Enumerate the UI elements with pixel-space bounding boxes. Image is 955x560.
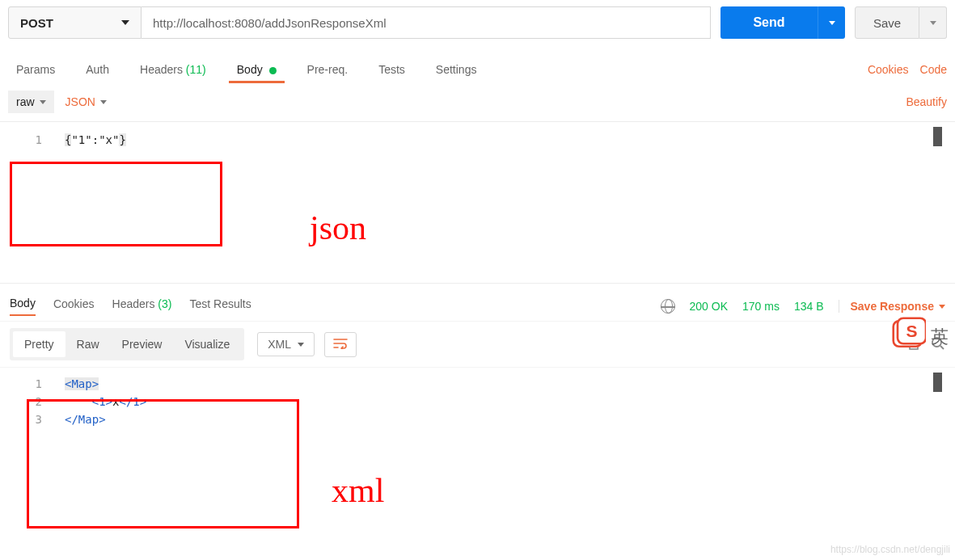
send-button[interactable]: Send (720, 6, 818, 39)
send-dropdown[interactable] (818, 6, 845, 39)
response-format-label: XML (268, 338, 291, 351)
code-line: </Map> (65, 413, 106, 426)
chevron-down-icon (939, 305, 945, 309)
line-number: 1 (0, 133, 65, 146)
tab-body-label: Body (237, 63, 263, 76)
url-input[interactable]: http://localhost:8080/addJsonResponseXml (142, 6, 711, 39)
view-mode-segment: Pretty Raw Preview Visualize (10, 328, 244, 360)
response-tab-cookies[interactable]: Cookies (53, 297, 95, 315)
http-method-label: POST (20, 16, 53, 30)
save-response-label: Save Response (851, 300, 935, 313)
status-size: 134 B (794, 300, 824, 313)
tab-prereq[interactable]: Pre-req. (299, 57, 357, 82)
ime-sogou-icon[interactable]: S (892, 317, 926, 351)
line-number: 3 (0, 413, 65, 426)
tab-tests[interactable]: Tests (370, 57, 413, 82)
line-number: 1 (0, 377, 65, 390)
tab-auth[interactable]: Auth (78, 57, 117, 82)
response-format-select[interactable]: XML (257, 332, 315, 356)
response-tab-headers[interactable]: Headers (3) (112, 297, 172, 315)
tab-params[interactable]: Params (8, 57, 63, 82)
save-response-button[interactable]: Save Response (839, 300, 946, 313)
view-raw[interactable]: Raw (65, 331, 111, 357)
code-line: <1>x</1> (65, 395, 146, 408)
response-tab-body[interactable]: Body (10, 297, 36, 316)
ime-mode-label[interactable]: 英 (931, 325, 949, 349)
chevron-down-icon (100, 100, 107, 104)
code-line: <Map> (65, 377, 99, 390)
url-text: http://localhost:8080/addJsonResponseXml (153, 16, 387, 30)
chevron-down-icon (40, 100, 46, 104)
status-code: 200 OK (690, 300, 728, 313)
request-body-editor[interactable]: 1 {"1":"x"} (0, 122, 955, 284)
status-time: 170 ms (742, 300, 780, 313)
svg-text:S: S (906, 322, 917, 340)
save-dropdown[interactable] (919, 6, 947, 39)
chevron-down-icon (298, 343, 304, 347)
chevron-down-icon (121, 20, 129, 25)
line-number: 2 (0, 395, 65, 408)
code-line: {"1":"x"} (65, 133, 126, 146)
response-headers-count: (3) (158, 297, 171, 310)
network-icon[interactable] (661, 299, 675, 314)
scrollbar-thumb[interactable] (933, 373, 942, 392)
wrap-icon (333, 338, 348, 349)
chevron-down-icon (829, 21, 835, 25)
scrollbar-thumb[interactable] (933, 127, 942, 146)
response-tab-tests[interactable]: Test Results (189, 297, 251, 315)
code-link[interactable]: Code (920, 63, 947, 76)
body-type-raw[interactable]: raw (8, 91, 54, 113)
watermark-text: https://blog.csdn.net/dengjili (830, 544, 950, 555)
wrap-lines-button[interactable] (324, 332, 357, 357)
tab-headers-count: (11) (186, 63, 206, 76)
tab-headers[interactable]: Headers (11) (132, 57, 214, 82)
body-modified-dot-icon (269, 67, 277, 74)
cookies-link[interactable]: Cookies (868, 63, 909, 76)
view-visualize[interactable]: Visualize (173, 331, 241, 357)
save-button[interactable]: Save (855, 6, 919, 39)
tab-body[interactable]: Body (229, 57, 285, 82)
chevron-down-icon (930, 21, 936, 25)
view-preview[interactable]: Preview (111, 331, 174, 357)
response-tab-headers-label: Headers (112, 297, 155, 310)
view-pretty[interactable]: Pretty (13, 331, 65, 357)
beautify-link[interactable]: Beautify (906, 95, 947, 108)
body-format-json[interactable]: JSON (65, 95, 107, 108)
body-type-raw-label: raw (16, 95, 35, 108)
tab-headers-label: Headers (140, 63, 183, 76)
response-body-editor[interactable]: 1 <Map> 2 <1>x</1> 3 </Map> (0, 367, 955, 480)
http-method-select[interactable]: POST (8, 6, 142, 39)
body-format-label: JSON (65, 95, 95, 108)
tab-settings[interactable]: Settings (428, 57, 485, 82)
